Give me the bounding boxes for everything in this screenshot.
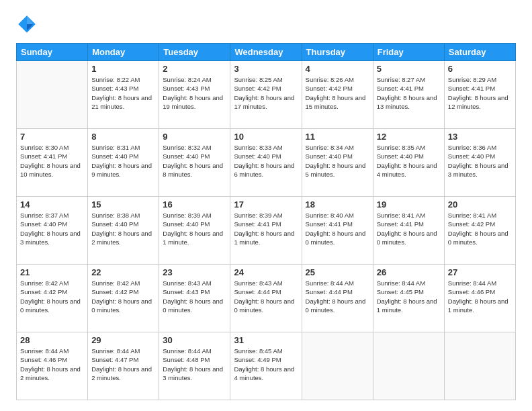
day-info: Sunrise: 8:42 AM Sunset: 4:42 PM Dayligh… (20, 279, 84, 314)
day-number: 1 (91, 64, 155, 74)
day-info: Sunrise: 8:22 AM Sunset: 4:43 PM Dayligh… (91, 75, 155, 111)
day-number: 17 (234, 199, 298, 210)
calendar-cell: 4Sunrise: 8:26 AM Sunset: 4:42 PM Daylig… (302, 61, 373, 129)
calendar-cell: 19Sunrise: 8:41 AM Sunset: 4:41 PM Dayli… (373, 197, 444, 265)
day-info: Sunrise: 8:35 AM Sunset: 4:40 PM Dayligh… (377, 143, 441, 179)
day-number: 9 (163, 132, 226, 142)
calendar-cell: 3Sunrise: 8:25 AM Sunset: 4:42 PM Daylig… (230, 61, 302, 129)
svg-marker-2 (27, 15, 34, 24)
calendar-table: SundayMondayTuesdayWednesdayThursdayFrid… (16, 43, 516, 400)
calendar-cell: 23Sunrise: 8:43 AM Sunset: 4:43 PM Dayli… (159, 265, 230, 332)
day-info: Sunrise: 8:45 AM Sunset: 4:49 PM Dayligh… (234, 347, 298, 382)
logo-icon (16, 13, 38, 35)
day-info: Sunrise: 8:38 AM Sunset: 4:40 PM Dayligh… (91, 211, 155, 246)
calendar-cell: 15Sunrise: 8:38 AM Sunset: 4:40 PM Dayli… (88, 197, 159, 265)
day-number: 22 (91, 267, 155, 277)
day-number: 18 (306, 199, 369, 210)
calendar-cell: 6Sunrise: 8:29 AM Sunset: 4:41 PM Daylig… (444, 61, 515, 129)
calendar-cell: 1Sunrise: 8:22 AM Sunset: 4:43 PM Daylig… (88, 61, 159, 129)
day-info: Sunrise: 8:44 AM Sunset: 4:45 PM Dayligh… (377, 279, 441, 314)
day-number: 31 (234, 335, 298, 345)
day-info: Sunrise: 8:32 AM Sunset: 4:40 PM Dayligh… (163, 143, 226, 179)
day-info: Sunrise: 8:24 AM Sunset: 4:43 PM Dayligh… (163, 75, 226, 111)
logo (16, 13, 40, 35)
day-info: Sunrise: 8:44 AM Sunset: 4:46 PM Dayligh… (448, 279, 512, 314)
day-info: Sunrise: 8:41 AM Sunset: 4:42 PM Dayligh… (448, 211, 512, 246)
calendar-cell: 25Sunrise: 8:44 AM Sunset: 4:44 PM Dayli… (302, 265, 373, 332)
week-row-4: 21Sunrise: 8:42 AM Sunset: 4:42 PM Dayli… (17, 265, 516, 332)
calendar-cell: 21Sunrise: 8:42 AM Sunset: 4:42 PM Dayli… (17, 265, 88, 332)
day-info: Sunrise: 8:41 AM Sunset: 4:41 PM Dayligh… (377, 211, 441, 246)
calendar-cell: 18Sunrise: 8:40 AM Sunset: 4:41 PM Dayli… (302, 197, 373, 265)
day-number: 25 (306, 267, 369, 277)
calendar-cell: 16Sunrise: 8:39 AM Sunset: 4:40 PM Dayli… (159, 197, 230, 265)
calendar-cell: 2Sunrise: 8:24 AM Sunset: 4:43 PM Daylig… (159, 61, 230, 129)
day-number: 14 (20, 199, 84, 210)
day-number: 12 (377, 132, 441, 142)
calendar-header-row: SundayMondayTuesdayWednesdayThursdayFrid… (17, 44, 516, 61)
calendar-cell: 17Sunrise: 8:39 AM Sunset: 4:41 PM Dayli… (230, 197, 302, 265)
day-info: Sunrise: 8:39 AM Sunset: 4:41 PM Dayligh… (234, 211, 298, 246)
day-info: Sunrise: 8:42 AM Sunset: 4:42 PM Dayligh… (91, 279, 155, 314)
day-info: Sunrise: 8:27 AM Sunset: 4:41 PM Dayligh… (377, 75, 441, 111)
day-number: 10 (234, 132, 298, 142)
calendar-cell: 8Sunrise: 8:31 AM Sunset: 4:40 PM Daylig… (88, 129, 159, 197)
day-info: Sunrise: 8:44 AM Sunset: 4:48 PM Dayligh… (163, 347, 226, 382)
calendar-cell: 28Sunrise: 8:44 AM Sunset: 4:46 PM Dayli… (17, 332, 88, 400)
day-number: 16 (163, 199, 226, 210)
day-info: Sunrise: 8:29 AM Sunset: 4:41 PM Dayligh… (448, 75, 512, 111)
calendar-cell: 9Sunrise: 8:32 AM Sunset: 4:40 PM Daylig… (159, 129, 230, 197)
calendar-cell: 20Sunrise: 8:41 AM Sunset: 4:42 PM Dayli… (444, 197, 515, 265)
calendar-header-friday: Friday (373, 44, 444, 61)
day-info: Sunrise: 8:26 AM Sunset: 4:42 PM Dayligh… (306, 75, 369, 111)
calendar-cell (302, 332, 373, 400)
day-number: 13 (448, 132, 512, 142)
calendar-cell: 7Sunrise: 8:30 AM Sunset: 4:41 PM Daylig… (17, 129, 88, 197)
calendar-header-monday: Monday (88, 44, 159, 61)
calendar-header-saturday: Saturday (444, 44, 515, 61)
day-info: Sunrise: 8:30 AM Sunset: 4:41 PM Dayligh… (20, 143, 84, 179)
day-number: 26 (377, 267, 441, 277)
day-number: 29 (91, 335, 155, 345)
day-number: 8 (91, 132, 155, 142)
day-number: 30 (163, 335, 226, 345)
day-info: Sunrise: 8:44 AM Sunset: 4:44 PM Dayligh… (306, 279, 369, 314)
day-number: 21 (20, 267, 84, 277)
calendar-cell: 5Sunrise: 8:27 AM Sunset: 4:41 PM Daylig… (373, 61, 444, 129)
day-info: Sunrise: 8:43 AM Sunset: 4:43 PM Dayligh… (163, 279, 226, 314)
day-number: 20 (448, 199, 512, 210)
calendar-header-wednesday: Wednesday (230, 44, 302, 61)
calendar-cell: 12Sunrise: 8:35 AM Sunset: 4:40 PM Dayli… (373, 129, 444, 197)
calendar-cell: 30Sunrise: 8:44 AM Sunset: 4:48 PM Dayli… (159, 332, 230, 400)
day-number: 3 (234, 64, 298, 74)
day-info: Sunrise: 8:43 AM Sunset: 4:44 PM Dayligh… (234, 279, 298, 314)
day-info: Sunrise: 8:31 AM Sunset: 4:40 PM Dayligh… (91, 143, 155, 179)
calendar-cell: 31Sunrise: 8:45 AM Sunset: 4:49 PM Dayli… (230, 332, 302, 400)
calendar-cell: 11Sunrise: 8:34 AM Sunset: 4:40 PM Dayli… (302, 129, 373, 197)
day-number: 2 (163, 64, 226, 74)
calendar-cell: 26Sunrise: 8:44 AM Sunset: 4:45 PM Dayli… (373, 265, 444, 332)
day-number: 5 (377, 64, 441, 74)
day-info: Sunrise: 8:36 AM Sunset: 4:40 PM Dayligh… (448, 143, 512, 179)
day-number: 28 (20, 335, 84, 345)
calendar-cell (444, 332, 515, 400)
calendar-cell: 10Sunrise: 8:33 AM Sunset: 4:40 PM Dayli… (230, 129, 302, 197)
day-number: 4 (306, 64, 369, 74)
day-number: 7 (20, 132, 84, 142)
day-number: 11 (306, 132, 369, 142)
calendar-cell: 22Sunrise: 8:42 AM Sunset: 4:42 PM Dayli… (88, 265, 159, 332)
day-info: Sunrise: 8:34 AM Sunset: 4:40 PM Dayligh… (306, 143, 369, 179)
week-row-2: 7Sunrise: 8:30 AM Sunset: 4:41 PM Daylig… (17, 129, 516, 197)
page: SundayMondayTuesdayWednesdayThursdayFrid… (0, 0, 532, 411)
day-number: 23 (163, 267, 226, 277)
day-info: Sunrise: 8:44 AM Sunset: 4:47 PM Dayligh… (91, 347, 155, 382)
calendar-header-sunday: Sunday (17, 44, 88, 61)
week-row-3: 14Sunrise: 8:37 AM Sunset: 4:40 PM Dayli… (17, 197, 516, 265)
calendar-cell: 14Sunrise: 8:37 AM Sunset: 4:40 PM Dayli… (17, 197, 88, 265)
day-info: Sunrise: 8:33 AM Sunset: 4:40 PM Dayligh… (234, 143, 298, 179)
calendar-header-thursday: Thursday (302, 44, 373, 61)
calendar-header-tuesday: Tuesday (159, 44, 230, 61)
day-number: 24 (234, 267, 298, 277)
day-info: Sunrise: 8:44 AM Sunset: 4:46 PM Dayligh… (20, 347, 84, 382)
calendar-cell: 27Sunrise: 8:44 AM Sunset: 4:46 PM Dayli… (444, 265, 515, 332)
